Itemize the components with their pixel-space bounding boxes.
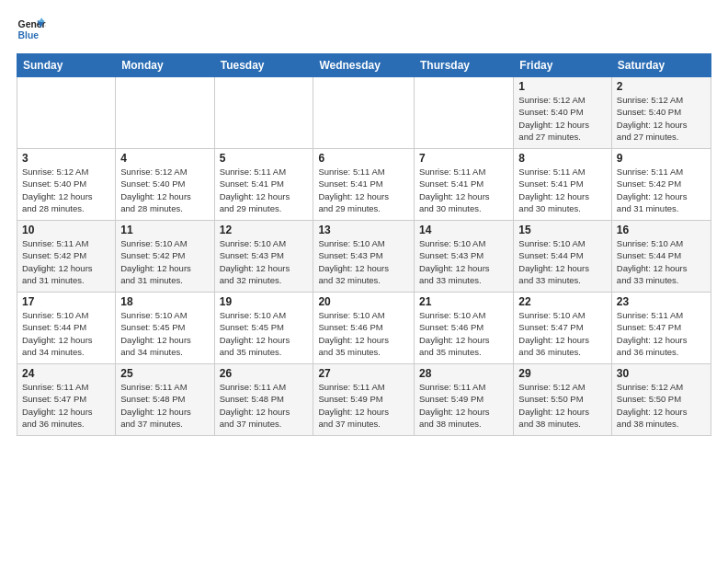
calendar-cell: 21Sunrise: 5:10 AMSunset: 5:46 PMDayligh… [415,293,514,364]
calendar-week-row: 1Sunrise: 5:12 AMSunset: 5:40 PMDaylight… [17,77,711,149]
calendar-cell [415,77,514,149]
day-info: Sunrise: 5:10 AMSunset: 5:45 PMDaylight:… [220,309,309,358]
day-number: 1 [518,80,607,93]
day-number: 8 [518,152,607,165]
day-number: 26 [220,367,309,380]
calendar-week-row: 10Sunrise: 5:11 AMSunset: 5:42 PMDayligh… [17,221,711,293]
day-number: 30 [617,367,706,380]
calendar-cell: 17Sunrise: 5:10 AMSunset: 5:44 PMDayligh… [17,293,116,364]
day-number: 21 [419,295,508,308]
day-info: Sunrise: 5:12 AMSunset: 5:40 PMDaylight:… [617,94,706,143]
day-number: 28 [419,367,508,380]
calendar-cell: 16Sunrise: 5:10 AMSunset: 5:44 PMDayligh… [611,221,711,293]
calendar-cell: 28Sunrise: 5:11 AMSunset: 5:49 PMDayligh… [415,364,514,436]
calendar-cell: 22Sunrise: 5:10 AMSunset: 5:47 PMDayligh… [514,293,612,364]
calendar-cell: 14Sunrise: 5:10 AMSunset: 5:43 PMDayligh… [415,221,514,293]
day-info: Sunrise: 5:10 AMSunset: 5:43 PMDaylight:… [318,237,409,286]
calendar-cell [313,77,415,149]
day-number: 17 [22,295,110,308]
day-number: 4 [120,152,209,165]
calendar-cell: 1Sunrise: 5:12 AMSunset: 5:40 PMDaylight… [514,77,612,149]
day-info: Sunrise: 5:10 AMSunset: 5:46 PMDaylight:… [419,309,508,358]
day-info: Sunrise: 5:11 AMSunset: 5:41 PMDaylight:… [220,166,309,214]
day-info: Sunrise: 5:11 AMSunset: 5:49 PMDaylight:… [318,381,409,430]
day-number: 16 [617,224,706,236]
calendar-header: SundayMondayTuesdayWednesdayThursdayFrid… [17,54,711,77]
day-info: Sunrise: 5:10 AMSunset: 5:42 PMDaylight:… [120,237,209,286]
day-info: Sunrise: 5:10 AMSunset: 5:43 PMDaylight:… [419,237,508,286]
day-number: 3 [22,152,110,165]
calendar-cell: 12Sunrise: 5:10 AMSunset: 5:43 PMDayligh… [214,221,313,293]
day-number: 12 [220,224,309,236]
logo: General Blue [17,15,46,44]
day-number: 29 [518,367,607,380]
calendar-cell: 8Sunrise: 5:11 AMSunset: 5:41 PMDaylight… [514,149,612,221]
calendar-cell: 25Sunrise: 5:11 AMSunset: 5:48 PMDayligh… [116,364,214,436]
day-number: 7 [419,152,508,165]
calendar-cell: 24Sunrise: 5:11 AMSunset: 5:47 PMDayligh… [17,364,116,436]
calendar: SundayMondayTuesdayWednesdayThursdayFrid… [17,53,711,436]
day-info: Sunrise: 5:10 AMSunset: 5:44 PMDaylight:… [22,309,110,358]
day-number: 18 [120,295,209,308]
day-info: Sunrise: 5:11 AMSunset: 5:42 PMDaylight:… [617,166,706,214]
day-info: Sunrise: 5:12 AMSunset: 5:50 PMDaylight:… [518,381,607,430]
weekday-header: Thursday [415,54,514,77]
day-number: 25 [120,367,209,380]
day-number: 27 [318,367,409,380]
day-number: 19 [220,295,309,308]
day-number: 9 [617,152,706,165]
day-info: Sunrise: 5:11 AMSunset: 5:48 PMDaylight:… [220,381,309,430]
day-info: Sunrise: 5:11 AMSunset: 5:41 PMDaylight:… [518,166,607,214]
calendar-cell: 6Sunrise: 5:11 AMSunset: 5:41 PMDaylight… [313,149,415,221]
calendar-week-row: 17Sunrise: 5:10 AMSunset: 5:44 PMDayligh… [17,293,711,364]
day-info: Sunrise: 5:10 AMSunset: 5:43 PMDaylight:… [220,237,309,286]
calendar-cell: 19Sunrise: 5:10 AMSunset: 5:45 PMDayligh… [214,293,313,364]
day-number: 10 [22,224,110,236]
calendar-cell: 4Sunrise: 5:12 AMSunset: 5:40 PMDaylight… [116,149,214,221]
day-info: Sunrise: 5:12 AMSunset: 5:50 PMDaylight:… [617,381,706,430]
weekday-row: SundayMondayTuesdayWednesdayThursdayFrid… [17,54,711,77]
weekday-header: Wednesday [313,54,415,77]
day-info: Sunrise: 5:12 AMSunset: 5:40 PMDaylight:… [518,94,607,143]
calendar-cell: 5Sunrise: 5:11 AMSunset: 5:41 PMDaylight… [214,149,313,221]
day-info: Sunrise: 5:11 AMSunset: 5:47 PMDaylight:… [22,381,110,430]
calendar-cell: 27Sunrise: 5:11 AMSunset: 5:49 PMDayligh… [313,364,415,436]
day-number: 24 [22,367,110,380]
weekday-header: Sunday [17,54,116,77]
day-info: Sunrise: 5:10 AMSunset: 5:47 PMDaylight:… [518,309,607,358]
day-number: 13 [318,224,409,236]
weekday-header: Friday [514,54,612,77]
calendar-cell: 10Sunrise: 5:11 AMSunset: 5:42 PMDayligh… [17,221,116,293]
day-number: 2 [617,80,706,93]
day-number: 11 [120,224,209,236]
calendar-cell: 11Sunrise: 5:10 AMSunset: 5:42 PMDayligh… [116,221,214,293]
calendar-cell: 23Sunrise: 5:11 AMSunset: 5:47 PMDayligh… [611,293,711,364]
calendar-cell [214,77,313,149]
day-info: Sunrise: 5:11 AMSunset: 5:48 PMDaylight:… [120,381,209,430]
day-info: Sunrise: 5:11 AMSunset: 5:47 PMDaylight:… [617,309,706,358]
logo-icon: General Blue [17,15,46,44]
weekday-header: Tuesday [214,54,313,77]
calendar-cell [116,77,214,149]
day-info: Sunrise: 5:11 AMSunset: 5:41 PMDaylight:… [419,166,508,214]
day-info: Sunrise: 5:11 AMSunset: 5:41 PMDaylight:… [318,166,409,214]
page: General Blue SundayMondayTuesdayWednesda… [0,0,728,447]
calendar-cell: 18Sunrise: 5:10 AMSunset: 5:45 PMDayligh… [116,293,214,364]
day-number: 6 [318,152,409,165]
day-number: 5 [220,152,309,165]
calendar-week-row: 3Sunrise: 5:12 AMSunset: 5:40 PMDaylight… [17,149,711,221]
day-info: Sunrise: 5:10 AMSunset: 5:44 PMDaylight:… [518,237,607,286]
day-info: Sunrise: 5:11 AMSunset: 5:49 PMDaylight:… [419,381,508,430]
weekday-header: Monday [116,54,214,77]
day-info: Sunrise: 5:12 AMSunset: 5:40 PMDaylight:… [22,166,110,214]
calendar-cell: 26Sunrise: 5:11 AMSunset: 5:48 PMDayligh… [214,364,313,436]
header: General Blue [17,15,711,44]
day-number: 15 [518,224,607,236]
calendar-cell: 3Sunrise: 5:12 AMSunset: 5:40 PMDaylight… [17,149,116,221]
calendar-body: 1Sunrise: 5:12 AMSunset: 5:40 PMDaylight… [17,77,711,436]
weekday-header: Saturday [611,54,711,77]
day-info: Sunrise: 5:10 AMSunset: 5:46 PMDaylight:… [318,309,409,358]
calendar-cell: 15Sunrise: 5:10 AMSunset: 5:44 PMDayligh… [514,221,612,293]
calendar-cell [17,77,116,149]
day-number: 23 [617,295,706,308]
